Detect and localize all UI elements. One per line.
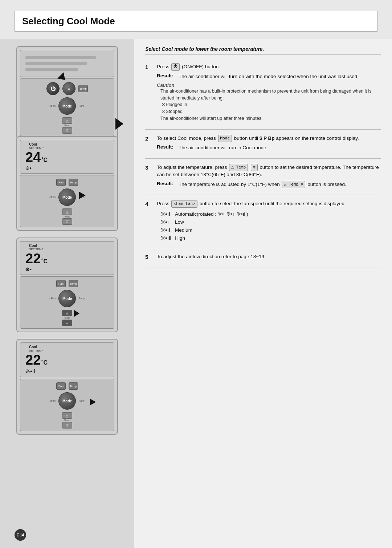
mode-btn[interactable]: Mode (58, 97, 76, 115)
step-2-num: 2 (145, 135, 154, 153)
temp-up-3[interactable]: △ (62, 310, 72, 316)
remote-2-unit: ˚C (41, 157, 48, 163)
remote-2-mode: Cool (29, 142, 37, 146)
caution-box-1: Caution The air-conditioner has a built-… (157, 82, 381, 122)
step-4-text: Press ◁Fan Fan▷ button to select the fan… (157, 200, 381, 208)
step-2-content: To select Cool mode, press Mode button u… (157, 135, 381, 153)
remote-1: ⏻ ≡ Temp ◁Fan Mode Fan▷ (16, 46, 118, 140)
remote-3-wrapper: Cool SET TEMP 22 ˚C ❊• Fan Temp (11, 238, 123, 332)
remote-2: Cool SET TEMP 24 ˚C ❊• Fan Temp (16, 136, 118, 231)
timer-btn[interactable]: ≡ (62, 82, 75, 95)
step-4-num: 4 (145, 201, 154, 243)
fan-btn-3[interactable]: Fan (56, 280, 66, 287)
right-panel: Select Cool mode to lower the room tempe… (134, 39, 392, 548)
power-btn-inline: ⏻ (171, 63, 180, 71)
remote-3-mode: Cool (29, 244, 37, 248)
btn-row-top: ⏻ ≡ Temp (46, 82, 88, 95)
fan-options: ❊•ıl Automatic(rotated : ❊• ❊•ı ❊•ıl ) ❊… (160, 211, 381, 241)
temp-down-2[interactable]: ▽ (62, 218, 72, 225)
remote-2-buttons: Fan Temp ◁Fan Mode Fan▷ (20, 175, 114, 227)
arrow-1 (115, 118, 123, 130)
result-text-3: The temperature is adjusted by 1°C(1°F) … (179, 181, 381, 188)
temp-up-4[interactable]: △ (62, 412, 72, 419)
page-container: Selecting Cool Mode (0, 0, 392, 548)
temp-up[interactable]: △ (62, 117, 72, 124)
step-2-text: To select Cool mode, press Mode button u… (157, 135, 381, 142)
step-3: 3 To adjust the temperature, press △ Tem… (145, 159, 381, 195)
temp-down[interactable]: ▽ (62, 127, 72, 134)
temp-down-inline: ▽ (251, 164, 258, 171)
fan-high-icon: ❊•ıll (160, 235, 171, 241)
remote-3-display: Cool SET TEMP 22 ˚C ❊• (20, 241, 114, 275)
temp-up-2[interactable]: △ (62, 208, 72, 215)
step-5-num: 5 (145, 254, 154, 263)
remote-4-settemp: SET TEMP (29, 349, 44, 352)
fan-low-icon: ❊•ı (160, 219, 171, 226)
page-number: E 14 (15, 529, 26, 541)
temp-btn-2[interactable]: Fan (56, 179, 66, 186)
temp-down-3[interactable]: ▽ (62, 320, 72, 326)
temp-up-inline: △ Temp (229, 164, 248, 171)
temp-btn-inline-3: △ Temp ▽ (282, 181, 305, 188)
step-1: 1 Press ⏻ (ON/OFF) button. Result: The a… (145, 58, 381, 130)
step-5: 5 To adjust the airflow direction refer … (145, 248, 381, 268)
mode-btn-2[interactable]: Mode (58, 188, 76, 206)
caution-title-1: Caution (157, 82, 381, 88)
remote-3: Cool SET TEMP 22 ˚C ❊• Fan Temp (16, 238, 118, 332)
remote-4: Cool SET TEMP 22 ˚C ❊•ıl Fan Temp (16, 339, 118, 435)
fan-auto-icon: ❊•ıl (160, 211, 171, 218)
left-panel: ⏻ ≡ Temp ◁Fan Mode Fan▷ (0, 39, 134, 548)
mode-btn-3[interactable]: Mode (58, 290, 76, 307)
page-title: Selecting Cool Mode (22, 16, 370, 27)
result-label-3: Result: (157, 181, 179, 188)
remote-1-buttons: ⏻ ≡ Temp ◁Fan Mode Fan▷ (20, 78, 114, 136)
temp-lbl-4: Temp (69, 382, 78, 390)
fan-medium: ❊•ıl Medium (160, 227, 381, 234)
temp-btn[interactable]: Temp (78, 85, 88, 92)
remote-4-unit: ˚C (41, 360, 48, 366)
remote-1-wrapper: ⏻ ≡ Temp ◁Fan Mode Fan▷ (11, 46, 123, 130)
remote-1-display (20, 50, 114, 77)
remote-3-fan: ❊• (25, 267, 32, 272)
remote-2-fan: ❊• (25, 165, 32, 171)
result-text-1: The air-conditioner will turn on with th… (179, 73, 381, 80)
step-3-num: 3 (145, 165, 154, 190)
remote-4-fan: ❊•ıl (25, 368, 35, 375)
remote-2-temp: 24 (25, 150, 41, 165)
title-bar: Selecting Cool Mode (15, 11, 377, 32)
remote-3-buttons: Fan Temp ◁Fan Mode Fan▷ △ Temp (20, 276, 114, 329)
temp-down-4[interactable]: ▽ (62, 422, 72, 429)
remote-2-wrapper: Cool SET TEMP 24 ˚C ❊• Fan Temp (11, 136, 123, 231)
temp-label-2: Temp (69, 179, 78, 186)
remote-3-settemp: SET TEMP (29, 248, 44, 251)
remote-4-wrapper: Cool SET TEMP 22 ˚C ❊•ıl Fan Temp (11, 339, 123, 435)
remote-4-display: Cool SET TEMP 22 ˚C ❊•ıl (20, 342, 114, 377)
step-1-result: Result: The air-conditioner will turn on… (157, 73, 381, 80)
mode-btn-4[interactable]: Mode (58, 392, 76, 410)
content-area: ⏻ ≡ Temp ◁Fan Mode Fan▷ (0, 39, 392, 548)
step-3-text: To adjust the temperature, press △ Temp … (157, 164, 381, 179)
power-btn[interactable]: ⏻ (46, 82, 60, 95)
caution-text-1: The air-conditioner has a built-in prote… (160, 88, 381, 122)
fan-low: ❊•ı Low (160, 219, 381, 226)
step-5-content: To adjust the airflow direction refer to… (157, 253, 381, 263)
result-text-2: The air-conditioner will run in Cool mod… (179, 144, 381, 151)
step-1-num: 1 (145, 64, 154, 124)
step-3-content: To adjust the temperature, press △ Temp … (157, 164, 381, 190)
fan-btn-4[interactable]: Fan (56, 382, 66, 390)
result-label-1: Result: (157, 73, 179, 80)
step-2-result: Result: The air-conditioner will run in … (157, 144, 381, 151)
fan-auto-label: Automatic(rotated : ❊• ❊•ı ❊•ıl ) (175, 211, 248, 217)
step-3-result: Result: The temperature is adjusted by 1… (157, 181, 381, 188)
fan-medium-icon: ❊•ıl (160, 227, 171, 234)
section-header: Select Cool mode to lower the room tempe… (145, 46, 381, 54)
remote-2-settemp: SET TEMP (29, 146, 44, 150)
btn-row-mid: ◁Fan Mode Fan▷ (49, 97, 85, 115)
mode-btn-inline-2: Mode (218, 135, 232, 142)
temp-lbl-3: Temp (69, 280, 78, 287)
remote-4-mode: Cool (29, 345, 37, 349)
step-4-content: Press ◁Fan Fan▷ button to select the fan… (157, 200, 381, 243)
remote-2-display: Cool SET TEMP 24 ˚C ❊• (20, 140, 114, 174)
step-1-text: Press ⏻ (ON/OFF) button. (157, 63, 381, 71)
step-5-text: To adjust the airflow direction refer to… (157, 253, 381, 260)
